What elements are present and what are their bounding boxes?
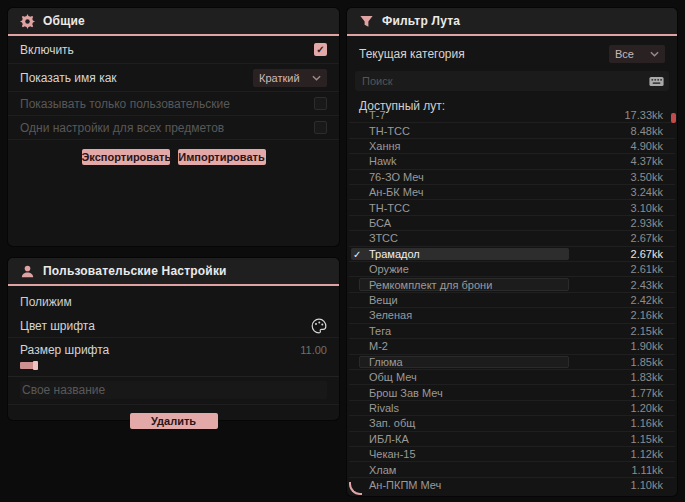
loot-item-value: 1.20kk bbox=[631, 402, 663, 414]
loot-item-row[interactable]: Hawk 4.37kk bbox=[349, 154, 675, 169]
loot-item-value: 2.67kk bbox=[631, 248, 663, 260]
loot-item-name: Ан-БК Меч bbox=[369, 186, 424, 198]
general-panel-titlebar[interactable]: Общие bbox=[8, 8, 339, 36]
loot-item-name: Rivals bbox=[369, 402, 399, 414]
loot-item-name: Трамадол bbox=[369, 248, 420, 260]
loot-item-name: Тега bbox=[369, 325, 391, 337]
loot-item-name: ЗТСС bbox=[369, 232, 398, 244]
loot-item-name: Зеленая bbox=[369, 309, 412, 321]
loot-item-row[interactable]: ИБЛ-КА 1.15kk bbox=[349, 432, 675, 447]
loot-item-name: М-2 bbox=[369, 340, 388, 352]
delete-button[interactable]: Удалить bbox=[130, 413, 218, 429]
category-value: Все bbox=[615, 48, 634, 60]
loot-item-row[interactable]: Тега 2.15kk bbox=[349, 324, 675, 339]
name-mode-dropdown[interactable]: Краткий bbox=[253, 69, 327, 87]
loot-item-value: 2.67kk bbox=[631, 232, 663, 244]
filter-panel-title: Фильтр Лута bbox=[382, 14, 460, 28]
loot-list: Т-7 17.33kk ТН-ТСС 8.48kk Хання 4.90kk H… bbox=[349, 108, 675, 492]
loot-item-row[interactable]: Брош Зав Меч 1.77kk bbox=[349, 385, 675, 400]
loot-item-row[interactable]: Т-7 17.33kk bbox=[349, 108, 675, 123]
loot-item-row[interactable]: Ремкомплект для брони 2.43kk bbox=[349, 277, 675, 292]
export-button[interactable]: Экспортировать bbox=[82, 149, 170, 165]
same-settings-label: Одни настройки для всех предметов bbox=[20, 121, 224, 135]
scrollbar-thumb[interactable] bbox=[671, 113, 676, 123]
loot-item-value: 2.15kk bbox=[631, 325, 663, 337]
loot-item-value: 17.33kk bbox=[624, 109, 663, 121]
selected-item-label: Полижим bbox=[20, 295, 327, 309]
loot-item-row[interactable]: ЗТСС 2.67kk bbox=[349, 231, 675, 246]
loot-item-value: 2.43kk bbox=[631, 279, 663, 291]
custom-settings-panel: Пользовательские Настройки Полижим Цвет … bbox=[8, 258, 339, 420]
loot-item-name: БСА bbox=[369, 217, 391, 229]
palette-icon[interactable] bbox=[311, 318, 327, 334]
loot-item-value: 1.85kk bbox=[631, 356, 663, 368]
enable-row: Включить ✓ bbox=[8, 36, 339, 64]
loot-item-name: 76-ЗО Меч bbox=[369, 171, 424, 183]
loot-item-row[interactable]: Ан-ПКПМ Меч 1.10kk bbox=[349, 478, 675, 492]
user-settings-icon bbox=[20, 264, 35, 279]
loot-item-value: 1.90kk bbox=[631, 340, 663, 352]
loot-item-row[interactable]: Rivals 1.20kk bbox=[349, 401, 675, 416]
loot-item-name: ТН-ТСС bbox=[369, 202, 410, 214]
category-dropdown[interactable]: Все bbox=[609, 45, 665, 63]
enable-label: Включить bbox=[20, 43, 74, 57]
funnel-icon bbox=[359, 14, 374, 29]
font-size-label: Размер шрифта bbox=[20, 343, 109, 357]
loot-item-name: Ан-ПКПМ Меч bbox=[369, 479, 441, 491]
loot-item-row[interactable]: Оружие 2.61kk bbox=[349, 262, 675, 277]
loot-item-row[interactable]: Зеленая 2.16kk bbox=[349, 308, 675, 323]
loot-item-row[interactable]: Ан-БК Меч 3.24kk bbox=[349, 185, 675, 200]
import-button[interactable]: Импортировать bbox=[178, 149, 266, 165]
category-label: Текущая категория bbox=[359, 47, 465, 61]
font-size-value: 11.00 bbox=[300, 344, 327, 356]
loot-item-value: 2.93kk bbox=[631, 217, 663, 229]
loot-item-row[interactable]: Хання 4.90kk bbox=[349, 139, 675, 154]
custom-panel-title: Пользовательские Настройки bbox=[43, 264, 227, 278]
keyboard-icon[interactable] bbox=[649, 76, 664, 87]
loot-item-row[interactable]: ✓ Трамадол 2.67kk bbox=[349, 247, 675, 262]
loot-item-row[interactable]: Общ Меч 1.83kk bbox=[349, 370, 675, 385]
loot-item-value: 4.90kk bbox=[631, 140, 663, 152]
gear-icon bbox=[20, 14, 35, 29]
filter-panel-titlebar[interactable]: Фильтр Лута bbox=[347, 8, 677, 36]
loot-item-value: 2.42kk bbox=[631, 294, 663, 306]
same-settings-checkbox[interactable]: ✓ bbox=[314, 121, 327, 134]
loot-item-row[interactable]: Зап. общ 1.16kk bbox=[349, 416, 675, 431]
only-custom-row: Показывать только пользовательские ✓ bbox=[8, 92, 339, 116]
loot-item-name: Чекан-15 bbox=[369, 448, 416, 460]
loot-filter-panel: Фильтр Лута Текущая категория Все Доступ… bbox=[347, 8, 677, 496]
slider-handle[interactable] bbox=[33, 361, 38, 370]
loot-item-row[interactable]: 76-ЗО Меч 3.50kk bbox=[349, 170, 675, 185]
loot-item-value: 1.10kk bbox=[631, 479, 663, 491]
loot-item-row[interactable]: ТН-ТСС 8.48kk bbox=[349, 123, 675, 138]
name-mode-value: Краткий bbox=[259, 72, 300, 84]
custom-panel-titlebar[interactable]: Пользовательские Настройки bbox=[8, 258, 339, 286]
loot-item-row[interactable]: М-2 1.90kk bbox=[349, 339, 675, 354]
loot-item-name: ИБЛ-КА bbox=[369, 433, 409, 445]
only-custom-label: Показывать только пользовательские bbox=[20, 97, 230, 111]
loot-item-name: Хлам bbox=[369, 464, 396, 476]
font-size-row: Размер шрифта 11.00 bbox=[8, 341, 339, 359]
check-icon: ✓ bbox=[353, 248, 361, 259]
loot-item-name: Т-7 bbox=[369, 109, 386, 121]
font-size-slider[interactable] bbox=[20, 361, 327, 370]
loot-item-row[interactable]: Вещи 2.42kk bbox=[349, 293, 675, 308]
loot-item-row[interactable]: БСА 2.93kk bbox=[349, 216, 675, 231]
loot-item-row[interactable]: Глюма 1.85kk bbox=[349, 355, 675, 370]
loot-item-name: Брош Зав Меч bbox=[369, 387, 443, 399]
resize-grip[interactable] bbox=[349, 482, 362, 495]
custom-name-input[interactable] bbox=[20, 381, 327, 399]
loot-item-row[interactable]: Хлам 1.11kk bbox=[349, 462, 675, 477]
loot-item-row[interactable]: Чекан-15 1.12kk bbox=[349, 447, 675, 462]
loot-item-name: Оружие bbox=[369, 263, 409, 275]
loot-item-name: Зап. общ bbox=[369, 417, 415, 429]
loot-item-name: Общ Меч bbox=[369, 371, 417, 383]
enable-checkbox[interactable]: ✓ bbox=[314, 43, 327, 56]
search-input[interactable] bbox=[360, 74, 649, 88]
loot-item-row[interactable]: ТН-ТСС 3.10kk bbox=[349, 200, 675, 215]
only-custom-checkbox[interactable]: ✓ bbox=[314, 97, 327, 110]
loot-item-value: 1.15kk bbox=[631, 433, 663, 445]
general-panel-title: Общие bbox=[43, 14, 85, 28]
loot-item-value: 1.11kk bbox=[631, 464, 663, 476]
name-mode-label: Показать имя как bbox=[20, 71, 117, 85]
